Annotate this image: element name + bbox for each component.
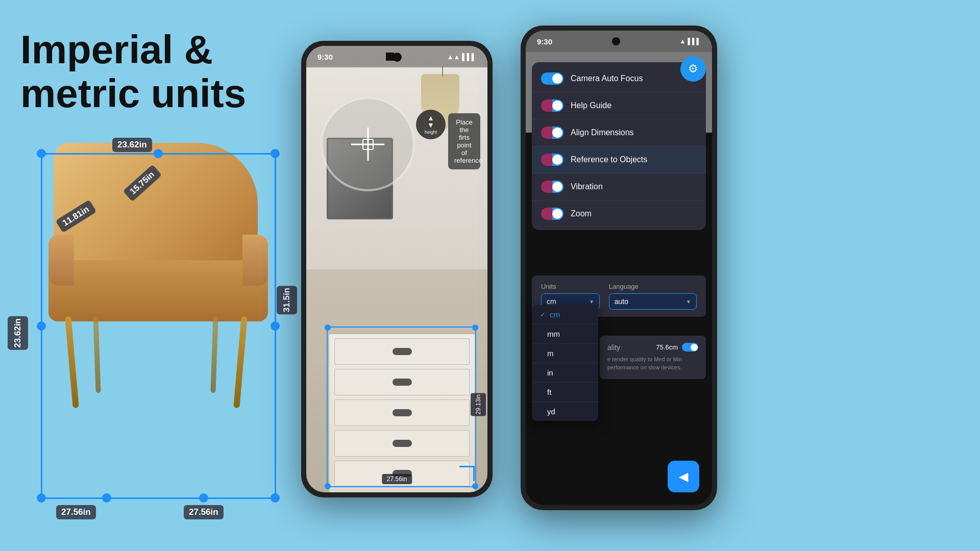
toggle-vibration[interactable] xyxy=(541,181,564,193)
setting-row-vibration[interactable]: Vibration xyxy=(532,173,706,201)
label-zoom: Zoom xyxy=(571,209,592,218)
toggle-align-dimensions[interactable] xyxy=(541,127,564,139)
units-chevron-icon: ▼ xyxy=(589,299,594,305)
height-button[interactable]: ▲ ▼ height xyxy=(416,110,446,139)
hero-line1: Imperial & xyxy=(20,28,246,72)
back-arrow-icon: ◀ xyxy=(679,469,688,484)
language-selected-value: auto xyxy=(615,297,628,306)
height-arrow-up: ▲ xyxy=(427,114,434,121)
chair-section: 23.62in 31.5in 27.56in 27.56in 23.62in 1… xyxy=(15,102,306,459)
quality-toggle[interactable] xyxy=(682,343,698,352)
height-label: height xyxy=(425,130,437,135)
dropdown-item-ft[interactable]: ft xyxy=(532,383,598,402)
language-select[interactable]: auto ▼ xyxy=(609,293,697,310)
label-camera-auto-focus: Camera Auto Focus xyxy=(571,74,643,83)
setting-row-reference-to-objects[interactable]: Reference to Objects xyxy=(532,146,706,173)
signal-icon: ▌▌▌ xyxy=(462,53,476,61)
phone2-screen: 9:30 ▲ ▌▌▌ ⚙ Camera Auto Focus xyxy=(526,31,712,505)
quality-value: 75.6cm xyxy=(656,343,678,351)
phone2-wifi-icon: ▲ xyxy=(680,38,686,45)
language-group: Language auto ▼ xyxy=(609,283,697,310)
phone1-camera-hole xyxy=(393,53,402,62)
place-reference-text: Place the firts point of reference xyxy=(454,118,482,164)
place-reference-tooltip: Place the firts point of reference xyxy=(448,113,480,169)
quality-label: ality xyxy=(607,343,620,352)
crosshair xyxy=(351,128,384,161)
bbox-dot-bc2 xyxy=(199,493,208,503)
back-arrow-button[interactable]: ◀ xyxy=(668,461,699,492)
measure-top: 23.62in xyxy=(112,138,152,152)
units-label: Units xyxy=(541,283,600,290)
phone-bbox xyxy=(327,327,476,487)
phone1-time: 9:30 xyxy=(317,53,333,61)
toggle-zoom[interactable] xyxy=(541,208,564,220)
unit-mm: mm xyxy=(547,330,560,338)
bbox-dot-bl xyxy=(37,493,46,503)
dropdown-item-cm[interactable]: ✓ cm xyxy=(532,305,598,324)
units-selected-value: cm xyxy=(547,297,556,306)
height-arrow-down: ▼ xyxy=(427,121,434,129)
check-icon-cm: ✓ xyxy=(540,311,546,318)
phone-measure-bottom: 27.56in xyxy=(382,474,412,484)
dropdown-item-m[interactable]: m xyxy=(532,344,598,363)
quality-section: ality 75.6cm e render quality to Med or … xyxy=(600,336,706,379)
setting-row-align-dimensions[interactable]: Align Dimensions xyxy=(532,119,706,146)
wifi-icon: ▲▲ xyxy=(447,53,460,61)
bbox-dot-tl xyxy=(37,149,46,158)
bbox-dot-tc xyxy=(154,149,163,158)
label-reference-to-objects: Reference to Objects xyxy=(571,155,647,164)
bbox-dot-mr xyxy=(271,321,280,331)
toggle-camera-auto-focus[interactable] xyxy=(541,72,564,85)
toggle-help-guide[interactable] xyxy=(541,99,564,112)
bbox-dot-bc1 xyxy=(102,493,111,503)
bbox-dot-ml xyxy=(37,321,46,331)
setting-row-camera-auto-focus[interactable]: Camera Auto Focus xyxy=(532,65,706,92)
unit-m: m xyxy=(547,349,554,358)
settings-gear-button[interactable]: ⚙ xyxy=(680,56,706,82)
unit-cm: cm xyxy=(550,310,560,319)
measure-bottom-right: 27.56in xyxy=(184,505,224,519)
phone-measure-side: 29.13in xyxy=(471,393,486,416)
phone1: 9:30 ▲▲ ▌▌▌ ▲ ▼ height Place the firts p… xyxy=(301,41,493,497)
measure-left: 23.62in xyxy=(8,316,28,350)
label-help-guide: Help Guide xyxy=(571,101,611,110)
phone2-signal-icon: ▌▌▌ xyxy=(688,38,701,45)
unit-in: in xyxy=(547,368,553,377)
phone1-screen: 9:30 ▲▲ ▌▌▌ ▲ ▼ height Place the firts p… xyxy=(306,46,487,492)
gear-icon: ⚙ xyxy=(688,62,698,76)
phone2-status-icons: ▲ ▌▌▌ xyxy=(680,38,701,45)
language-label: Language xyxy=(609,283,697,290)
settings-panel: Camera Auto Focus Help Guide Align Dimen… xyxy=(532,62,706,230)
phone1-status-icons: ▲▲ ▌▌▌ xyxy=(447,53,476,61)
language-chevron-icon: ▼ xyxy=(686,299,691,305)
chair-image xyxy=(48,143,268,429)
unit-yd: yd xyxy=(547,407,555,416)
bbox-dot-br xyxy=(271,493,280,503)
dropdown-item-yd[interactable]: yd xyxy=(532,402,598,421)
label-align-dimensions: Align Dimensions xyxy=(571,128,634,137)
measure-bottom-left: 27.56in xyxy=(56,505,96,519)
quality-note: e render quality to Med or Min performan… xyxy=(607,356,698,372)
phone2-camera-hole xyxy=(612,37,620,45)
scan-corner-icon xyxy=(459,466,475,481)
dropdown-item-mm[interactable]: mm xyxy=(532,324,598,344)
phone2: 9:30 ▲ ▌▌▌ ⚙ Camera Auto Focus xyxy=(521,26,717,510)
phone2-status-bar: 9:30 ▲ ▌▌▌ xyxy=(526,31,712,52)
bbox-dot-tr xyxy=(271,149,280,158)
units-dropdown: ✓ cm mm m in ft yd xyxy=(532,305,598,421)
setting-row-zoom[interactable]: Zoom xyxy=(532,201,706,227)
measure-right: 31.5in xyxy=(277,286,297,314)
toggle-reference-to-objects[interactable] xyxy=(541,154,564,166)
bbox-bottom-line xyxy=(41,497,276,499)
label-vibration: Vibration xyxy=(571,182,603,191)
phone2-time: 9:30 xyxy=(537,37,552,46)
magnifier-circle xyxy=(321,97,415,191)
setting-row-help-guide[interactable]: Help Guide xyxy=(532,92,706,119)
unit-ft: ft xyxy=(547,388,551,396)
dropdown-item-in[interactable]: in xyxy=(532,363,598,383)
